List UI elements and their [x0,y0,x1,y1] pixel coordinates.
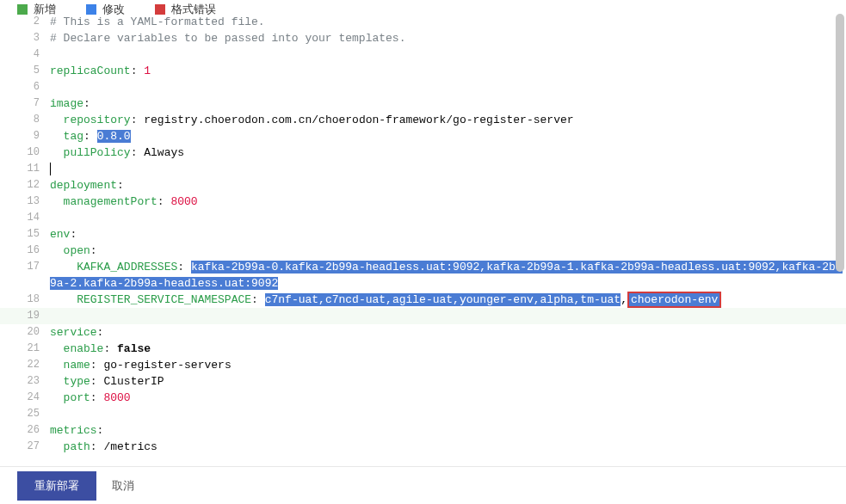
line-number: 10 [0,144,50,161]
code-line[interactable]: 27 path: /metrics [0,439,846,455]
code-line[interactable]: 21 enable: false [0,341,846,357]
line-content[interactable] [50,79,846,95]
line-number: 25 [0,406,50,422]
text-cursor [50,163,51,175]
line-content[interactable]: replicaCount: 1 [50,63,846,79]
line-content[interactable]: name: go-register-servers [50,357,846,373]
line-number: 7 [0,95,50,112]
line-number: 16 [0,243,50,259]
code-line[interactable]: 4 [0,46,846,63]
line-number: 9 [0,128,50,144]
code-line[interactable]: 8 repository: registry.choerodon.com.cn/… [0,112,846,128]
code-line[interactable]: 17 KAFKA_ADDRESSES: kafka-2b99a-0.kafka-… [0,259,846,292]
code-line[interactable]: 22 name: go-register-servers [0,357,846,373]
line-number: 24 [0,390,50,406]
code-line[interactable]: 5replicaCount: 1 [0,63,846,79]
line-number: 27 [0,439,50,455]
line-content[interactable]: KAFKA_ADDRESSES: kafka-2b99a-0.kafka-2b9… [50,259,846,292]
code-line[interactable]: 6 [0,79,846,95]
line-number: 13 [0,194,50,210]
line-content[interactable] [50,46,846,63]
code-line[interactable]: 10 pullPolicy: Always [0,144,846,161]
code-line[interactable]: 24 port: 8000 [0,390,846,406]
scrollbar-vertical[interactable] [836,14,844,272]
line-content[interactable]: enable: false [50,341,846,357]
highlight-modify: 0.8.0 [97,130,131,143]
code-line[interactable]: 26metrics: [0,422,846,439]
line-content[interactable]: service: [50,324,846,341]
line-number: 18 [0,292,50,308]
line-number: 8 [0,112,50,128]
line-number: 17 [0,259,50,292]
code-line[interactable]: 19 [0,308,846,324]
cancel-button[interactable]: 取消 [112,478,134,494]
line-content[interactable]: REGISTER_SERVICE_NAMESPACE: c7nf-uat,c7n… [50,292,846,308]
line-number: 11 [0,161,50,177]
line-content[interactable]: # Declare variables to be passed into yo… [50,30,846,46]
line-number: 6 [0,79,50,95]
line-content[interactable]: image: [50,95,846,112]
code-line[interactable]: 9 tag: 0.8.0 [0,128,846,144]
line-number: 21 [0,341,50,357]
line-content[interactable]: port: 8000 [50,390,846,406]
line-content[interactable] [50,406,846,422]
code-line[interactable]: 25 [0,406,846,422]
line-number: 12 [0,177,50,194]
line-content[interactable]: path: /metrics [50,439,846,455]
line-number: 2 [0,14,50,30]
line-content[interactable]: type: ClusterIP [50,373,846,390]
highlight-error: choerodon-env [627,292,721,308]
line-number: 5 [0,63,50,79]
line-content[interactable]: managementPort: 8000 [50,194,846,210]
highlight-modify: c7nf-uat,c7ncd-uat,agile-uat,younger-env… [265,293,621,306]
footer-actions: 重新部署 取消 [0,466,846,504]
line-number: 26 [0,422,50,439]
code-line[interactable]: 20service: [0,324,846,341]
line-number: 14 [0,210,50,226]
line-content[interactable]: tag: 0.8.0 [50,128,846,144]
line-content[interactable] [50,161,846,177]
line-content[interactable]: open: [50,243,846,259]
code-line[interactable]: 15env: [0,226,846,243]
line-content[interactable]: # This is a YAML-formatted file. [50,14,846,30]
line-content[interactable]: metrics: [50,422,846,439]
redeploy-button[interactable]: 重新部署 [17,471,96,501]
code-line[interactable]: 18 REGISTER_SERVICE_NAMESPACE: c7nf-uat,… [0,292,846,308]
code-line[interactable]: 14 [0,210,846,226]
code-line[interactable]: 12deployment: [0,177,846,194]
line-number: 3 [0,30,50,46]
line-number: 20 [0,324,50,341]
yaml-editor[interactable]: 2# This is a YAML-formatted file.3# Decl… [0,14,846,466]
line-number: 4 [0,46,50,63]
line-number: 19 [0,308,50,324]
code-line[interactable]: 3# Declare variables to be passed into y… [0,30,846,46]
code-line[interactable]: 2# This is a YAML-formatted file. [0,14,846,30]
line-content[interactable]: pullPolicy: Always [50,144,846,161]
code-line[interactable]: 7image: [0,95,846,112]
line-number: 22 [0,357,50,373]
line-content[interactable]: repository: registry.choerodon.com.cn/ch… [50,112,846,128]
code-line[interactable]: 13 managementPort: 8000 [0,194,846,210]
code-line[interactable]: 23 type: ClusterIP [0,373,846,390]
code-line[interactable]: 11 [0,161,846,177]
code-line[interactable]: 16 open: [0,243,846,259]
line-content[interactable]: env: [50,226,846,243]
line-number: 23 [0,373,50,390]
line-content[interactable] [50,210,846,226]
line-number: 15 [0,226,50,243]
line-content[interactable]: deployment: [50,177,846,194]
line-content[interactable] [50,308,846,324]
